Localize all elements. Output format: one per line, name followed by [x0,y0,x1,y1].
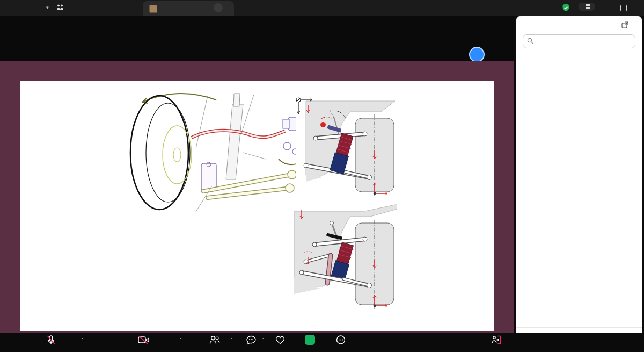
react-button[interactable] [264,335,296,346]
security-shield-icon[interactable] [561,3,570,12]
shared-screen-icon [149,5,157,13]
more-icon [335,335,346,345]
heart-icon [275,335,286,345]
view-grid-icon [586,4,590,9]
participants-options-chevron[interactable]: ⌃ [230,337,233,342]
audio-options-chevron[interactable]: ⌃ [80,337,84,342]
title-bar: ▾ [0,0,644,16]
chat-icon [246,335,257,345]
popout-icon[interactable] [621,21,628,28]
savgs-diagram [290,86,397,201]
window-maximize-button[interactable] [620,5,627,11]
mic-muted-icon [46,335,56,345]
tab-meeting[interactable] [56,4,68,10]
shared-screen-area [0,61,514,333]
people-icon [56,4,64,10]
chevron-down-icon[interactable]: ▾ [46,5,49,10]
participants-button[interactable] [199,335,231,346]
share-button[interactable] [294,335,326,346]
participants-panel [516,16,642,348]
search-input[interactable] [523,34,635,48]
leave-button[interactable] [480,335,513,346]
share-screen-icon [305,335,315,345]
audio-button[interactable] [35,335,67,346]
video-options-chevron[interactable]: ⌃ [179,337,182,342]
suspension-diagram [127,84,296,218]
zoom-meeting-window: ▾ [0,0,644,352]
view-button[interactable] [579,3,595,11]
next-participants-button[interactable] [469,47,485,62]
pals-diagram [290,202,397,326]
more-button[interactable] [325,335,357,346]
meeting-toolbar: ⌃ ⌃ ⌃ ⌃ [0,333,644,352]
tab-options-icon[interactable] [214,3,223,12]
camera-muted-icon [137,335,150,345]
leave-icon [491,335,502,345]
search-icon [527,38,533,44]
presentation-slide [20,81,494,331]
alignment-grid [113,222,284,321]
video-strip [0,16,514,61]
video-button[interactable] [127,335,159,346]
participants-icon [209,335,221,345]
